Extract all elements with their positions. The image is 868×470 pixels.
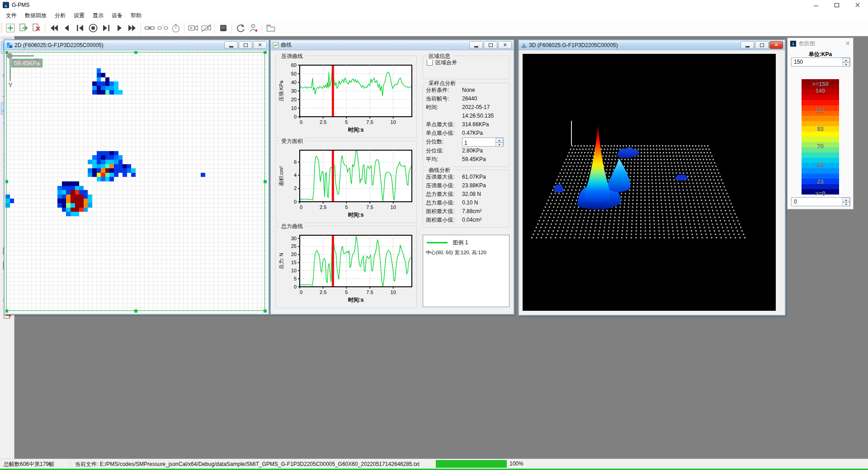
colorbar-max-spinbox[interactable]: 150 ▲▼ [791, 57, 850, 66]
window-3d-close[interactable]: ✕ [769, 41, 783, 49]
curve-analysis-value: 7.88cm² [462, 207, 481, 216]
group-sample-analysis: 采样点分析 分析条件:None当前帧号:26440时间:2022-05-17 1… [423, 83, 509, 167]
group-force-area-title: 受力面积 [279, 138, 305, 145]
menu-item-4[interactable]: 显示 [89, 10, 108, 21]
curve-analysis-value: 32.08 N [462, 190, 481, 199]
video-off-icon [201, 23, 212, 34]
current-file-path: E:/PMS/codes/SMPressure_jsonCal/x64/Debu… [100, 461, 420, 467]
pressure-grid-2d[interactable]: X Y 59.45KPa [5, 51, 268, 313]
max-spin-up-icon[interactable]: ▲ [842, 58, 850, 62]
min-spin-up-icon[interactable]: ▲ [842, 198, 850, 202]
file-manager-icon [266, 23, 276, 34]
unlink-icon [157, 23, 168, 34]
screenshot-button[interactable] [217, 22, 230, 35]
toolbar-separator [214, 23, 215, 34]
menu-item-0[interactable]: 文件 [2, 10, 21, 21]
menu-item-5[interactable]: 设备 [108, 10, 127, 21]
probe-x-line [10, 55, 34, 57]
step-back-button[interactable] [60, 22, 73, 35]
colorbar-scale-label: >=0 [802, 190, 839, 197]
window-3d-title: 3D (F606025:G-F1P3D2205C00005) [529, 42, 618, 48]
menu-item-2[interactable]: 分析 [51, 10, 70, 21]
record-video-button[interactable] [186, 22, 199, 35]
window-2d-close[interactable]: ✕ [253, 41, 267, 49]
curve-analysis-row: 面积最小值:0.04cm² [423, 216, 509, 224]
frame-count-status: 总帧数606中第179帧 [4, 461, 54, 468]
toolbar-separator [231, 23, 232, 34]
menu-item-6[interactable]: 帮助 [127, 10, 146, 21]
svg-text:0: 0 [300, 290, 302, 295]
delete-file-button[interactable] [30, 22, 43, 35]
sample-analysis-label: 分位数: [426, 138, 462, 146]
unlink-button[interactable] [156, 22, 169, 35]
group-sample-analysis-title: 采样点分析 [427, 80, 458, 87]
window-curves-close[interactable]: ✕ [498, 41, 512, 49]
colorbar-min-spinbox[interactable]: 0 ▲▼ [791, 197, 850, 206]
surface-plot-3d[interactable] [523, 54, 776, 311]
window-2d-titlebar[interactable]: 2D (F606025:G-F1P3D2205C00005) ✕ [5, 40, 269, 50]
group-total-force-title: 总力曲线 [279, 223, 305, 230]
window-3d-minimize[interactable] [741, 41, 754, 49]
svg-text:2.5: 2.5 [320, 204, 326, 210]
colorbar-min-value[interactable]: 0 [792, 198, 850, 206]
window-curves-titlebar[interactable]: 曲线 ✕ [271, 40, 514, 50]
curve-analysis-label: 总力最小值: [426, 199, 462, 207]
menu-item-1[interactable]: 数据回放 [21, 10, 51, 21]
legend-detail: 中心(60, 60) 宽:120, 高:120 [423, 248, 509, 256]
max-spin-down-icon[interactable]: ▼ [842, 62, 850, 67]
export-file-button[interactable] [17, 22, 30, 35]
stop-icon [88, 23, 98, 34]
chart-pressure[interactable]: 010203040506002.557.510压强:KPa时间:s [277, 62, 415, 137]
rewind-button[interactable] [47, 22, 60, 35]
svg-text:0: 0 [300, 119, 302, 125]
merge-regions-checkbox[interactable] [427, 60, 433, 66]
colorbar-max-value[interactable]: 150 [792, 58, 850, 66]
curve-analysis-value: 0.10 N [462, 199, 478, 207]
delete-file-icon [32, 23, 42, 34]
toolbar-separator [45, 23, 45, 34]
minimize-button[interactable] [806, 0, 826, 10]
timer-button[interactable] [169, 22, 182, 35]
close-button[interactable] [847, 0, 868, 10]
chart-force[interactable]: 05101520253002.557.510总力: N时间:s [277, 232, 415, 307]
step-back-icon [62, 23, 72, 34]
colorbar-panel: 色阶图 ✕ 单位:KPa 150 ▲▼ >=15014011793704623>… [787, 38, 854, 209]
calibrate-button[interactable] [247, 22, 260, 35]
window-curves-minimize[interactable] [469, 41, 483, 49]
play-button[interactable] [113, 22, 126, 35]
menu-item-3[interactable]: 设置 [70, 10, 89, 21]
colorbar-close-icon[interactable]: ✕ [845, 40, 850, 47]
colorbar-scale-label: 117 [802, 107, 839, 114]
quantile-spin-down-icon[interactable]: ▼ [495, 142, 503, 147]
workspace: 2453 2D (F606025:G-F1P3D2205C00005) ✕ [0, 36, 868, 459]
probe-marker[interactable] [7, 53, 13, 59]
stop-button[interactable] [86, 22, 99, 35]
export-file-icon [19, 23, 28, 34]
quantile-spin-up-icon[interactable]: ▲ [495, 138, 503, 142]
refresh-button[interactable] [234, 22, 247, 35]
svg-text:2: 2 [294, 185, 297, 191]
sample-analysis-label: 单点最小值: [426, 129, 462, 138]
video-off-button[interactable] [199, 22, 212, 35]
window-2d-minimize[interactable] [224, 41, 238, 49]
skip-end-button[interactable] [99, 22, 113, 35]
window-3d-titlebar[interactable]: 3D (F606025:G-F1P3D2205C00005) ✕ [519, 40, 785, 50]
chart-area[interactable]: 024602.557.510面积:cm²时间:s [277, 147, 415, 222]
colorbar-scale-label: 46 [802, 161, 839, 168]
link-button[interactable] [143, 22, 156, 35]
window-curves-maximize[interactable] [484, 41, 497, 49]
svg-text:时间:s: 时间:s [348, 297, 364, 303]
quantile-spinbox[interactable]: 1▲▼ [462, 138, 504, 147]
add-button[interactable] [4, 22, 17, 35]
min-spin-down-icon[interactable]: ▼ [842, 202, 850, 207]
curve-analysis-label: 面积最小值: [426, 216, 462, 224]
window-3d-maximize[interactable] [755, 41, 769, 49]
statusbar: 总帧数606中第179帧 当前文件: E:/PMS/codes/SMPressu… [0, 459, 868, 469]
sample-analysis-row: 当前帧号:26440 [423, 95, 509, 103]
window-2d-maximize[interactable] [239, 41, 252, 49]
skip-start-button[interactable] [73, 22, 86, 35]
file-manager-button[interactable] [264, 22, 277, 35]
fast-forward-button[interactable] [126, 22, 139, 35]
maximize-button[interactable] [826, 0, 847, 10]
app-title: G-PMS [12, 2, 29, 8]
